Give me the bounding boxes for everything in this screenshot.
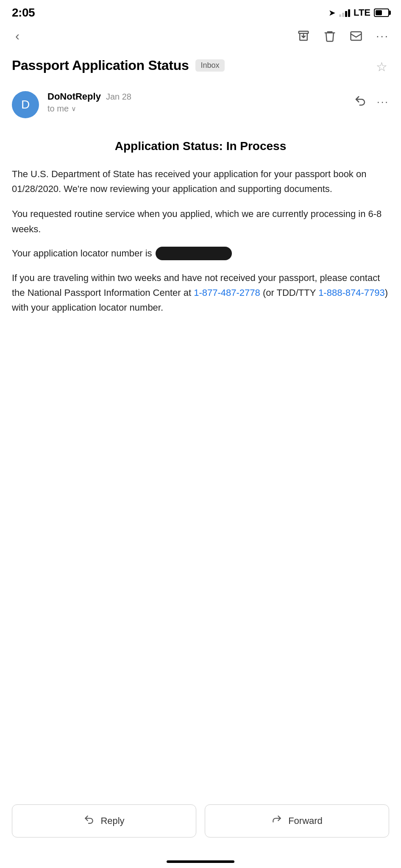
- email-subject: Passport Application Status: [12, 58, 189, 73]
- status-icons: ➤ LTE: [329, 7, 389, 18]
- sender-to-label: to me: [47, 104, 69, 114]
- sender-avatar: D: [12, 91, 39, 118]
- more-options-icon[interactable]: ···: [377, 96, 389, 108]
- sender-name-row: DoNotReply Jan 28: [47, 91, 345, 102]
- phone-link-1[interactable]: 1-877-487-2778: [194, 287, 260, 298]
- lte-badge: LTE: [354, 7, 370, 18]
- p3-middle: (or TDD/TTY: [260, 287, 318, 298]
- sender-info: DoNotReply Jan 28 to me ∨: [47, 91, 345, 114]
- email-paragraph-2: You requested routine service when you a…: [12, 206, 389, 236]
- locator-prefix: Your application locator number is: [12, 248, 152, 259]
- email-toolbar: ‹ ···: [0, 23, 401, 49]
- signal-bars-icon: [339, 8, 350, 17]
- reply-button-icon[interactable]: [354, 95, 367, 109]
- location-arrow-icon: ➤: [329, 8, 336, 18]
- sender-date: Jan 28: [106, 92, 131, 102]
- email-title-area: Passport Application Status Inbox: [12, 58, 374, 73]
- battery-icon: [374, 8, 389, 17]
- chevron-down-icon: ∨: [71, 105, 76, 113]
- reply-arrow-icon: [84, 814, 95, 828]
- email-body: Application Status: In Process The U.S. …: [0, 127, 401, 334]
- more-icon[interactable]: ···: [376, 30, 389, 43]
- sender-to[interactable]: to me ∨: [47, 104, 345, 114]
- sender-area: D DoNotReply Jan 28 to me ∨ ···: [0, 84, 401, 127]
- bottom-actions: Reply Forward: [0, 799, 401, 843]
- forward-button[interactable]: Forward: [205, 804, 389, 837]
- email-paragraph-3: If you are traveling within two weeks an…: [12, 270, 389, 315]
- reply-button[interactable]: Reply: [12, 804, 196, 837]
- mail-icon[interactable]: [350, 30, 362, 42]
- forward-label: Forward: [288, 815, 323, 826]
- sender-actions: ···: [354, 95, 389, 109]
- forward-arrow-icon: [271, 814, 282, 828]
- phone-link-2[interactable]: 1-888-874-7793: [318, 287, 385, 298]
- toolbar-actions: ···: [297, 30, 389, 43]
- email-heading: Application Status: In Process: [12, 139, 389, 153]
- sender-name: DoNotReply: [47, 91, 101, 102]
- email-paragraph-1: The U.S. Department of State has receive…: [12, 167, 389, 196]
- status-time: 2:05: [12, 6, 35, 19]
- delete-icon[interactable]: [323, 30, 336, 42]
- home-indicator: [167, 860, 234, 863]
- email-locator-line: Your application locator number is: [12, 247, 389, 260]
- svg-rect-0: [299, 31, 309, 33]
- email-header: Passport Application Status Inbox ☆: [0, 53, 401, 84]
- inbox-badge: Inbox: [195, 59, 224, 72]
- svg-rect-1: [351, 32, 362, 40]
- archive-icon[interactable]: [297, 30, 310, 42]
- redacted-locator: [156, 247, 232, 260]
- back-button[interactable]: ‹: [12, 27, 23, 45]
- status-bar: 2:05 ➤ LTE: [0, 0, 401, 23]
- reply-label: Reply: [100, 815, 124, 826]
- star-icon[interactable]: ☆: [374, 58, 389, 76]
